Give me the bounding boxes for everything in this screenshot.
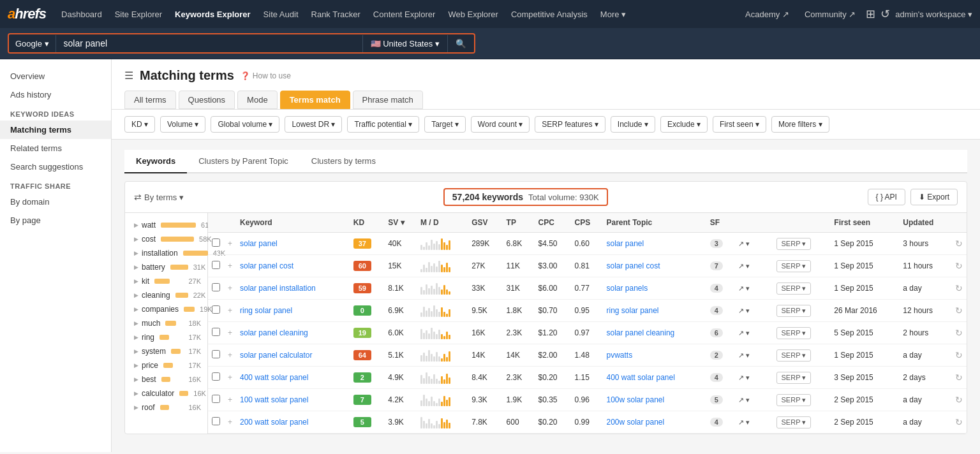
sidebar-item-matching-terms[interactable]: Matching terms (0, 121, 111, 139)
filter-global-volume[interactable]: Global volume ▾ (211, 116, 279, 133)
keyword-link[interactable]: 100 watt solar panel (240, 395, 308, 404)
refresh-icon[interactable]: ↻ (955, 261, 963, 271)
parent-topic-link[interactable]: solar panels (606, 284, 648, 293)
trend-icon[interactable]: ↗ ▾ (738, 307, 750, 314)
trend-icon[interactable]: ↗ ▾ (738, 329, 750, 337)
row-checkbox[interactable] (212, 328, 220, 336)
tab-phrase-match[interactable]: Phrase match (353, 91, 423, 109)
row-checkbox[interactable] (212, 305, 220, 314)
refresh-icon[interactable]: ↻ (955, 283, 963, 293)
filter-exclude[interactable]: Exclude ▾ (660, 116, 708, 133)
term-item[interactable]: ▶ installation 43K (125, 246, 207, 260)
keyword-link[interactable]: solar panel calculator (240, 351, 312, 360)
term-item[interactable]: ▶ kit 27K (125, 274, 207, 288)
row-checkbox[interactable] (212, 417, 220, 425)
nav-site-audit[interactable]: Site Audit (258, 7, 304, 22)
nav-site-explorer[interactable]: Site Explorer (110, 7, 167, 22)
refresh-icon[interactable]: ↻ (955, 328, 963, 338)
serp-button[interactable]: SERP ▾ (776, 305, 812, 317)
sidebar-item-ads-history[interactable]: Ads history (0, 85, 111, 104)
filter-include[interactable]: Include ▾ (611, 116, 655, 133)
trend-icon[interactable]: ↗ ▾ (738, 351, 750, 359)
tab-questions[interactable]: Questions (179, 91, 235, 109)
keyword-link[interactable]: 200 watt solar panel (240, 418, 308, 427)
filter-lowest-dr[interactable]: Lowest DR ▾ (285, 116, 342, 133)
tab-mode[interactable]: Mode (237, 91, 278, 109)
export-button[interactable]: ⬇ Export (910, 189, 958, 205)
parent-topic-link[interactable]: 400 watt solar panel (606, 373, 674, 382)
term-item[interactable]: ▶ best 16K (125, 372, 207, 386)
keyword-link[interactable]: 400 watt solar panel (240, 373, 308, 382)
help-icon[interactable]: ↺ (880, 7, 890, 21)
add-icon[interactable]: + (228, 351, 232, 360)
nav-academy[interactable]: Academy ↗ (740, 7, 794, 22)
nav-community[interactable]: Community ↗ (799, 7, 861, 22)
nav-keywords-explorer[interactable]: Keywords Explorer (170, 7, 256, 22)
trend-icon[interactable]: ↗ ▾ (738, 240, 750, 247)
term-item[interactable]: ▶ ring 17K (125, 330, 207, 344)
trend-icon[interactable]: ↗ ▾ (738, 284, 750, 292)
serp-button[interactable]: SERP ▾ (776, 349, 812, 362)
country-selector[interactable]: 🇺🇸 United States ▾ (362, 35, 447, 52)
add-icon[interactable]: + (228, 306, 232, 315)
add-icon[interactable]: + (228, 395, 232, 404)
how-to-use-link[interactable]: ❓ How to use (241, 71, 291, 80)
parent-topic-link[interactable]: solar panel cost (606, 261, 660, 270)
filter-traffic-potential[interactable]: Traffic potential ▾ (347, 116, 419, 133)
keyword-link[interactable]: solar panel cleaning (240, 328, 308, 337)
term-item[interactable]: ▶ cleaning 22K (125, 288, 207, 302)
term-item[interactable]: ▶ calculator 16K (125, 386, 207, 400)
term-item[interactable]: ▶ cost 58K (125, 232, 207, 246)
trend-icon[interactable]: ↗ ▾ (738, 374, 750, 381)
parent-topic-link[interactable]: 100w solar panel (606, 395, 664, 404)
serp-button[interactable]: SERP ▾ (776, 394, 812, 406)
add-icon[interactable]: + (228, 239, 232, 248)
serp-button[interactable]: SERP ▾ (776, 260, 812, 272)
row-checkbox[interactable] (212, 283, 220, 291)
refresh-icon[interactable]: ↻ (955, 238, 963, 249)
parent-topic-link[interactable]: 200w solar panel (606, 418, 664, 427)
keyword-link[interactable]: solar panel cost (240, 261, 293, 270)
parent-topic-link[interactable]: solar panel (606, 239, 644, 248)
nav-web-explorer[interactable]: Web Explorer (443, 7, 503, 22)
serp-button[interactable]: SERP ▾ (776, 416, 812, 428)
search-input[interactable] (56, 34, 362, 52)
filter-word-count[interactable]: Word count ▾ (471, 116, 530, 133)
nav-more[interactable]: More ▾ (595, 7, 631, 22)
cluster-tab-by-terms[interactable]: Clusters by terms (300, 150, 387, 173)
parent-topic-link[interactable]: pvwatts (606, 351, 632, 360)
trend-icon[interactable]: ↗ ▾ (738, 418, 750, 426)
row-checkbox[interactable] (212, 238, 220, 247)
serp-button[interactable]: SERP ▾ (776, 282, 812, 295)
cluster-tab-keywords[interactable]: Keywords (124, 150, 187, 173)
sidebar-item-related-terms[interactable]: Related terms (0, 139, 111, 157)
nav-content-explorer[interactable]: Content Explorer (368, 7, 441, 22)
add-icon[interactable]: + (228, 261, 232, 270)
parent-topic-link[interactable]: solar panel cleaning (606, 328, 674, 337)
sidebar-item-by-page[interactable]: By page (0, 211, 111, 230)
term-item[interactable]: ▶ system 17K (125, 344, 207, 358)
api-button[interactable]: { } API (868, 189, 905, 205)
serp-button[interactable]: SERP ▾ (776, 372, 812, 384)
refresh-icon[interactable]: ↻ (955, 372, 963, 383)
refresh-icon[interactable]: ↻ (955, 350, 963, 360)
trend-icon[interactable]: ↗ ▾ (738, 396, 750, 404)
parent-topic-link[interactable]: ring solar panel (606, 306, 658, 315)
nav-competitive-analysis[interactable]: Competitive Analysis (506, 7, 593, 22)
add-icon[interactable]: + (228, 418, 232, 427)
filter-volume[interactable]: Volume ▾ (160, 116, 205, 133)
layout-icon[interactable]: ⊞ (866, 7, 875, 21)
add-icon[interactable]: + (228, 328, 232, 337)
tab-terms-match[interactable]: Terms match (280, 91, 350, 109)
row-checkbox[interactable] (212, 261, 220, 269)
filter-more[interactable]: More filters ▾ (771, 116, 829, 133)
sort-selector[interactable]: ⇄ By terms ▾ (134, 192, 184, 202)
filter-serp-features[interactable]: SERP features ▾ (535, 116, 605, 133)
row-checkbox[interactable] (212, 372, 220, 381)
cluster-tab-parent-topic[interactable]: Clusters by Parent Topic (187, 150, 300, 173)
keyword-link[interactable]: solar panel (240, 239, 278, 248)
menu-icon[interactable]: ☰ (124, 70, 133, 82)
filter-target[interactable]: Target ▾ (424, 116, 466, 133)
serp-button[interactable]: SERP ▾ (776, 327, 812, 339)
search-button[interactable]: 🔍 (447, 35, 474, 52)
